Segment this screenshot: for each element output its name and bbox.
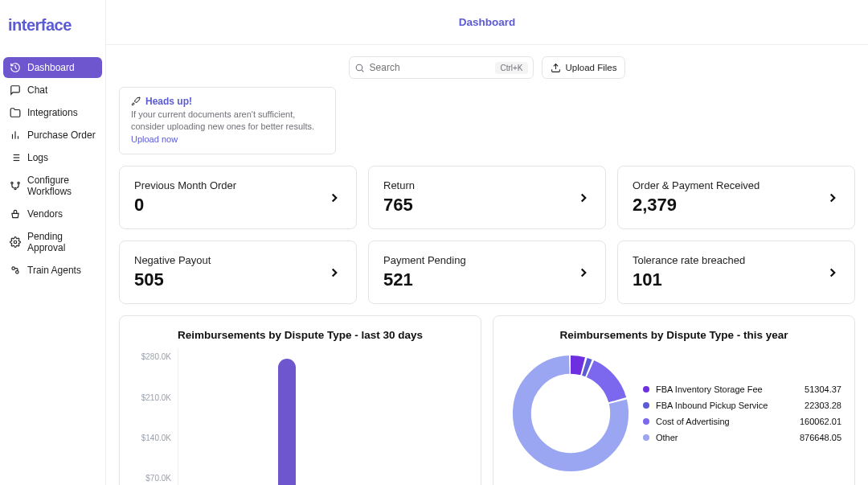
folder-icon bbox=[10, 107, 21, 118]
metric-value: 505 bbox=[134, 269, 211, 290]
metric-card-negative-payout[interactable]: Negative Payout 505 bbox=[119, 240, 357, 304]
gear-icon bbox=[10, 236, 21, 248]
legend-label: Other bbox=[656, 433, 678, 442]
legend-dot bbox=[643, 434, 649, 441]
sidebar-item-logs[interactable]: Logs bbox=[3, 147, 102, 168]
metric-label: Payment Pending bbox=[383, 254, 466, 266]
metric-value: 0 bbox=[134, 195, 236, 216]
alert-body-text: If your current documents aren't suffici… bbox=[131, 109, 314, 131]
legend-value: 876648.05 bbox=[800, 433, 841, 442]
metric-card-return[interactable]: Return 765 bbox=[368, 166, 606, 229]
sidebar-item-vendors[interactable]: Vendors bbox=[3, 203, 102, 224]
bar-chart-title: Reimbursements by Dispute Type - last 30… bbox=[133, 329, 468, 341]
sidebar-item-label: Logs bbox=[27, 152, 48, 163]
ytick-label: $210.0K bbox=[133, 393, 171, 402]
svg-point-14 bbox=[16, 271, 18, 274]
sidebar-item-label: Vendors bbox=[27, 208, 63, 220]
clock-rotate-icon bbox=[10, 62, 21, 73]
search-shortcut: Ctrl+K bbox=[495, 62, 527, 74]
sidebar-item-purchase-order[interactable]: Purchase Order bbox=[3, 125, 102, 146]
svg-point-12 bbox=[14, 240, 17, 244]
metric-value: 521 bbox=[383, 269, 466, 290]
metric-card-tolerance-rate-breached[interactable]: Tolerance rate breached 101 bbox=[617, 240, 855, 304]
chevron-right-icon bbox=[327, 191, 342, 205]
bar-chart-yticks: $280.0K$210.0K$140.0K$70.0K bbox=[133, 349, 171, 485]
sidebar-item-label: Train Agents bbox=[27, 265, 81, 276]
ytick-label: $140.0K bbox=[133, 434, 171, 442]
legend-label: FBA Inventory Storage Fee bbox=[656, 384, 763, 394]
page-title: Dashboard bbox=[106, 0, 868, 45]
sidebar-item-label: Purchase Order bbox=[27, 129, 96, 141]
sidebar-item-integrations[interactable]: Integrations bbox=[3, 102, 102, 123]
legend-row: FBA Inbound Pickup Service 22303.28 bbox=[643, 397, 841, 413]
sidebar-item-pending-approval[interactable]: Pending Approval bbox=[3, 226, 102, 258]
chevron-right-icon bbox=[576, 191, 591, 205]
donut-chart-card: Reimbursements by Dispute Type - this ye… bbox=[493, 315, 855, 485]
upload-button-label: Upload Files bbox=[566, 63, 617, 72]
legend-dot bbox=[643, 418, 649, 425]
search-input[interactable] bbox=[370, 62, 491, 73]
bar-chart-card: Reimbursements by Dispute Type - last 30… bbox=[119, 315, 481, 485]
bar-chart-plot bbox=[178, 349, 468, 485]
bar bbox=[278, 359, 296, 485]
donut-chart-title: Reimbursements by Dispute Type - this ye… bbox=[506, 329, 841, 341]
rocket-icon bbox=[131, 97, 141, 106]
metric-label: Tolerance rate breached bbox=[633, 254, 745, 266]
search-icon bbox=[354, 63, 365, 73]
legend-row: FBA Inventory Storage Fee 51304.37 bbox=[643, 381, 841, 397]
ytick-label: $70.0K bbox=[133, 474, 171, 483]
svg-point-13 bbox=[12, 267, 14, 270]
metric-value: 765 bbox=[383, 195, 415, 216]
svg-point-10 bbox=[14, 187, 16, 189]
legend-label: FBA Inbound Pickup Service bbox=[656, 401, 768, 410]
sidebar-nav: DashboardChatIntegrationsPurchase OrderL… bbox=[3, 57, 102, 281]
legend-dot bbox=[643, 386, 649, 393]
donut-legend: FBA Inventory Storage Fee 51304.37 FBA I… bbox=[643, 381, 841, 446]
metric-label: Return bbox=[383, 179, 415, 191]
alert-upload-link[interactable]: Upload now bbox=[131, 134, 178, 144]
basket-icon bbox=[10, 208, 21, 220]
chevron-right-icon bbox=[576, 265, 591, 280]
sidebar-item-dashboard[interactable]: Dashboard bbox=[3, 57, 102, 78]
svg-point-11 bbox=[18, 182, 19, 183]
bar-chart-icon bbox=[10, 129, 21, 141]
legend-label: Cost of Advertising bbox=[656, 417, 730, 426]
sidebar-item-configure-workflows[interactable]: Configure Workflows bbox=[3, 170, 102, 202]
metric-card-order-payment-received[interactable]: Order & Payment Received 2,379 bbox=[617, 166, 855, 229]
metric-card-payment-pending[interactable]: Payment Pending 521 bbox=[368, 240, 606, 304]
heads-up-alert: Heads up! If your current documents aren… bbox=[119, 87, 336, 154]
chevron-right-icon bbox=[327, 265, 342, 280]
chevron-right-icon bbox=[825, 265, 840, 280]
metric-value: 2,379 bbox=[633, 195, 760, 216]
svg-point-15 bbox=[356, 64, 362, 71]
upload-icon bbox=[551, 63, 561, 73]
metric-label: Negative Payout bbox=[134, 254, 211, 266]
sidebar-item-label: Configure Workflows bbox=[27, 175, 96, 197]
sidebar-item-label: Pending Approval bbox=[27, 231, 96, 253]
legend-value: 22303.28 bbox=[805, 401, 841, 410]
sidebar-item-label: Chat bbox=[27, 84, 47, 96]
legend-row: Other 876648.05 bbox=[643, 430, 841, 446]
donut-chart bbox=[506, 349, 635, 478]
metric-label: Previous Month Order bbox=[134, 179, 236, 191]
message-icon bbox=[10, 84, 21, 96]
upload-files-button[interactable]: Upload Files bbox=[542, 56, 626, 79]
legend-value: 51304.37 bbox=[805, 384, 841, 394]
metric-value: 101 bbox=[633, 269, 745, 290]
sidebar-item-label: Integrations bbox=[27, 107, 78, 118]
chevron-right-icon bbox=[825, 191, 840, 205]
svg-point-9 bbox=[11, 182, 13, 183]
sidebar-item-train-agents[interactable]: Train Agents bbox=[3, 260, 102, 281]
ytick-label: $280.0K bbox=[133, 352, 171, 361]
metric-label: Order & Payment Received bbox=[633, 179, 760, 191]
metric-card-previous-month-order[interactable]: Previous Month Order 0 bbox=[119, 166, 357, 229]
legend-dot bbox=[643, 402, 649, 409]
agents-icon bbox=[10, 265, 21, 276]
list-icon bbox=[10, 152, 21, 163]
brand-logo: interface bbox=[3, 16, 102, 35]
sidebar-item-chat[interactable]: Chat bbox=[3, 80, 102, 101]
search-input-wrapper[interactable]: Ctrl+K bbox=[349, 56, 534, 79]
alert-title: Heads up! bbox=[145, 96, 192, 107]
metric-cards: Previous Month Order 0 Return 765 Order … bbox=[119, 166, 855, 304]
sidebar-item-label: Dashboard bbox=[27, 62, 75, 73]
